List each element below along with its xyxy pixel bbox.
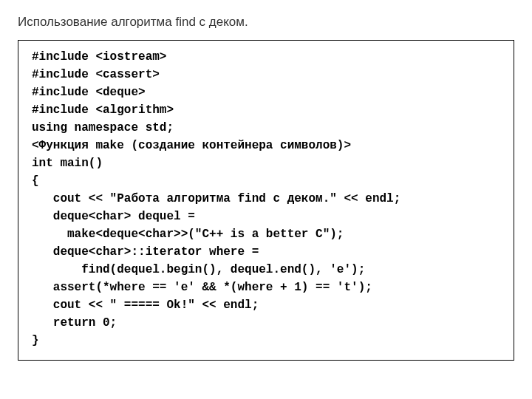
code-frame: #include <iostream>#include <cassert>#in… [18, 40, 514, 361]
code-line: #include <deque> [32, 83, 500, 101]
code-block: #include <iostream>#include <cassert>#in… [32, 48, 500, 349]
code-line: assert(*where == 'e' && *(where + 1) == … [32, 279, 500, 296]
document-page: Использование алгоритма find с деком. #i… [0, 0, 532, 375]
page-title: Использование алгоритма find с деком. [18, 15, 514, 30]
code-line: #include <iostream> [32, 48, 500, 66]
code-line: { [32, 172, 500, 190]
code-line: #include <cassert> [32, 66, 500, 83]
code-line: cout << " ===== Ok!" << endl; [32, 296, 500, 314]
code-line: deque<char>::iterator where = [32, 243, 500, 261]
code-line: deque<char> dequel = [32, 208, 500, 225]
code-line: using namespace std; [32, 119, 500, 137]
code-line: find(dequel.begin(), dequel.end(), 'e'); [32, 261, 500, 279]
code-line: return 0; [32, 314, 500, 332]
code-line: <Функция make (создание контейнера симво… [32, 137, 500, 154]
code-line: make<deque<char>>("C++ is a better C"); [32, 225, 500, 243]
code-line: int main() [32, 154, 500, 172]
code-line: cout << "Работа алгоритма find с деком."… [32, 190, 500, 208]
code-line: #include <algorithm> [32, 101, 500, 119]
code-line: } [32, 332, 500, 349]
